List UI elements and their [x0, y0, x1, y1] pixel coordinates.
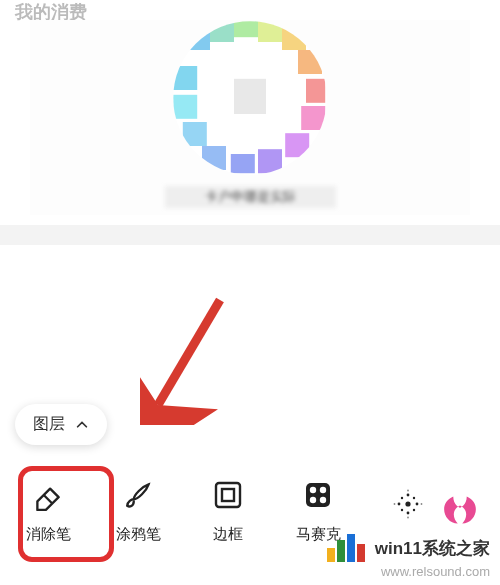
header: 我的消费 — [0, 0, 500, 10]
svg-rect-21 — [216, 483, 240, 507]
svg-rect-22 — [222, 489, 234, 501]
svg-rect-23 — [306, 483, 330, 507]
svg-rect-3 — [210, 18, 234, 42]
tool-eraser[interactable]: 消除笔 — [18, 477, 78, 544]
tool-label: 边框 — [213, 525, 243, 544]
layer-button[interactable]: 图层 — [15, 404, 107, 445]
preview-caption: 卡户申哪是实际 — [165, 186, 336, 208]
svg-line-19 — [158, 300, 220, 405]
svg-point-24 — [310, 486, 316, 492]
svg-point-25 — [320, 486, 326, 492]
svg-rect-2 — [186, 26, 210, 50]
brush-icon — [120, 477, 156, 513]
svg-rect-8 — [306, 78, 325, 102]
svg-rect-5 — [258, 18, 282, 42]
frame-icon — [210, 477, 246, 513]
tool-frame[interactable]: 边框 — [198, 477, 258, 544]
partial-next-tool-icon[interactable] — [442, 492, 478, 528]
svg-rect-6 — [282, 26, 306, 50]
svg-rect-14 — [183, 122, 207, 146]
watermark: win11系统之家 www.relsound.com — [327, 534, 490, 579]
page-title: 我的消费 — [15, 2, 87, 22]
blur-dots-icon — [390, 486, 426, 522]
svg-rect-4 — [234, 18, 258, 37]
layer-label: 图层 — [33, 414, 65, 435]
svg-point-27 — [320, 496, 326, 502]
watermark-title: win11系统之家 — [375, 537, 490, 560]
svg-point-40 — [421, 503, 423, 505]
tool-scribble[interactable]: 涂鸦笔 — [108, 477, 168, 544]
image-preview: 卡户申哪是实际 — [30, 20, 470, 215]
svg-point-32 — [416, 503, 419, 506]
svg-point-31 — [398, 503, 401, 506]
tool-label: 消除笔 — [26, 525, 71, 544]
svg-point-38 — [407, 517, 409, 519]
svg-rect-11 — [258, 149, 282, 173]
svg-rect-16 — [173, 66, 197, 90]
mosaic-icon — [300, 477, 336, 513]
svg-rect-15 — [173, 94, 197, 118]
chevron-up-icon — [75, 418, 89, 432]
svg-point-36 — [413, 509, 415, 511]
arrow-annotation — [140, 295, 230, 425]
svg-rect-13 — [202, 146, 226, 170]
tool-label: 涂鸦笔 — [116, 525, 161, 544]
divider — [0, 225, 500, 245]
svg-line-20 — [44, 495, 53, 504]
svg-point-30 — [407, 512, 410, 515]
svg-rect-7 — [298, 50, 322, 74]
svg-rect-10 — [285, 133, 309, 157]
svg-rect-9 — [301, 106, 325, 130]
svg-point-29 — [407, 494, 410, 497]
tool-blur[interactable] — [378, 486, 438, 534]
mosaic-preview-circle — [170, 18, 330, 178]
watermark-url: www.relsound.com — [327, 564, 490, 579]
svg-point-34 — [413, 497, 415, 499]
svg-point-28 — [405, 501, 410, 506]
eraser-icon — [30, 477, 66, 513]
svg-point-39 — [394, 503, 396, 505]
svg-rect-18 — [234, 78, 266, 113]
svg-point-26 — [310, 496, 316, 502]
svg-rect-12 — [231, 154, 255, 173]
svg-point-33 — [401, 497, 403, 499]
watermark-logo-icon — [327, 534, 369, 562]
canvas-area[interactable]: 图层 — [0, 245, 500, 445]
svg-point-37 — [407, 490, 409, 492]
svg-point-35 — [401, 509, 403, 511]
